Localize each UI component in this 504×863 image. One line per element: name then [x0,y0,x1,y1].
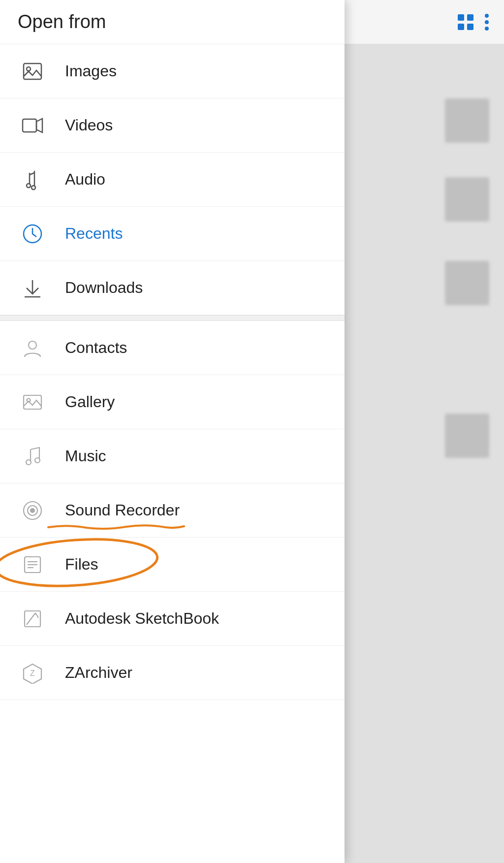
contacts-label: Contacts [65,339,127,357]
zarchiver-icon: Z [18,658,47,688]
gallery-icon [18,387,47,417]
clock-icon [18,219,47,249]
bg-item-1 [445,98,489,143]
sidebar-item-sound-recorder[interactable]: Sound Recorder [0,483,345,538]
sidebar-item-videos[interactable]: Videos [0,98,345,153]
svg-rect-3 [467,24,473,30]
gallery-label: Gallery [65,393,115,411]
sidebar-item-audio[interactable]: Audio [0,153,345,207]
more-options-button[interactable] [484,13,489,31]
bg-item-3 [445,261,489,305]
images-label: Images [65,62,117,80]
drawer: Open from Images Videos [0,0,345,863]
video-icon [18,111,47,140]
bg-item-2 [445,177,489,222]
audio-label: Audio [65,170,105,189]
svg-rect-9 [23,119,36,132]
sound-recorder-label: Sound Recorder [65,501,180,519]
svg-point-12 [32,186,35,190]
videos-label: Videos [65,116,113,134]
svg-point-5 [485,20,489,24]
svg-point-11 [27,184,31,188]
sidebar-item-files[interactable]: Files [0,538,345,592]
zarchiver-label: ZArchiver [65,664,132,682]
sidebar-item-music[interactable]: Music [0,429,345,483]
grid-view-button[interactable] [457,13,474,31]
svg-point-19 [35,458,40,463]
sidebar-item-autodesk[interactable]: Autodesk SketchBook [0,592,345,646]
svg-line-30 [35,613,38,618]
svg-point-22 [31,509,34,512]
sidebar-item-gallery[interactable]: Gallery [0,375,345,429]
image-icon [18,57,47,86]
music-icon [18,442,47,471]
top-menu-list: Images Videos A [0,44,345,315]
section-divider [0,315,345,321]
downloads-label: Downloads [65,279,143,297]
files-label: Files [65,555,98,574]
page-title: Open from [18,11,106,32]
underline-annotation [47,521,185,530]
svg-rect-0 [458,14,464,21]
sidebar-item-recents[interactable]: Recents [0,207,345,261]
music-label: Music [65,447,106,465]
files-icon [18,550,47,579]
bg-item-4 [445,414,489,458]
svg-line-29 [27,613,35,625]
download-icon [18,273,47,303]
sidebar-item-contacts[interactable]: Contacts [0,321,345,375]
sidebar-item-images[interactable]: Images [0,44,345,98]
svg-rect-2 [458,24,464,30]
audio-icon [18,165,47,194]
svg-point-4 [485,14,489,18]
contacts-icon [18,333,47,363]
svg-point-18 [26,460,31,465]
svg-point-6 [485,27,489,31]
svg-marker-10 [36,119,42,132]
drawer-header: Open from [0,0,345,44]
sidebar-item-downloads[interactable]: Downloads [0,261,345,315]
bottom-menu-list: Contacts Gallery [0,321,345,700]
svg-text:Z: Z [30,669,35,677]
svg-rect-7 [24,64,41,79]
sound-recorder-icon [18,496,47,525]
svg-point-8 [27,67,31,71]
svg-rect-1 [467,14,473,21]
sidebar-item-zarchiver[interactable]: Z ZArchiver [0,646,345,700]
sketchbook-icon [18,604,47,634]
svg-point-15 [29,341,36,349]
recents-label: Recents [65,224,123,243]
autodesk-label: Autodesk SketchBook [65,609,219,628]
